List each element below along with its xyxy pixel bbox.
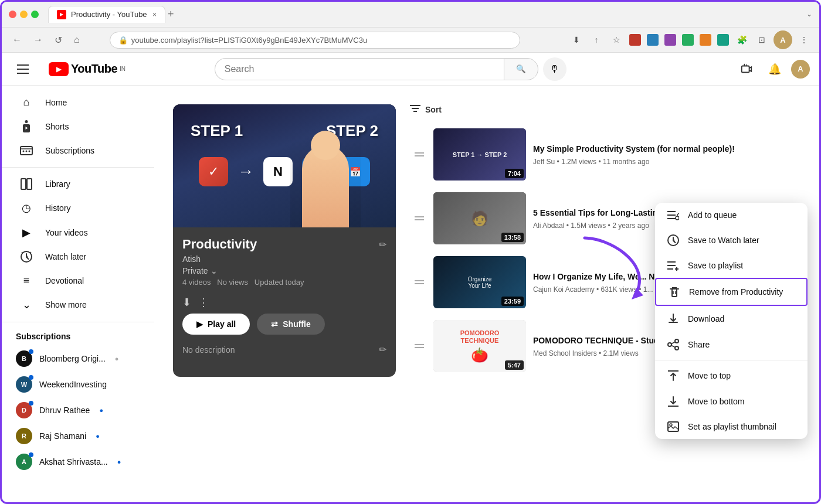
sidebar-divider-2 [2, 322, 154, 322]
tab-favicon [57, 10, 66, 19]
v3-duration: 23:59 [501, 297, 524, 306]
menu-item-move-top[interactable]: Move to top [655, 363, 808, 389]
ext-ublock-icon [629, 34, 641, 46]
search-button[interactable]: 🔍 [504, 58, 538, 80]
voice-search-button[interactable]: 🎙 [543, 57, 566, 81]
home-button[interactable]: ⌂ [70, 32, 83, 47]
download-toolbar-icon[interactable]: ⬇ [568, 32, 585, 48]
menu-item-share[interactable]: Share [655, 332, 808, 357]
playlist-title-row: Productivity ✏ [182, 237, 386, 252]
todoist-icon: ✓ [199, 157, 228, 186]
v1-channel: Jeff Su [533, 158, 555, 166]
menu-label-set-thumbnail: Set as playlist thumbnail [688, 422, 776, 431]
play-all-label: Play all [208, 319, 236, 329]
address-bar[interactable]: 🔒 youtube.com/playlist?list=PLISTiG0Xt6y… [110, 32, 520, 49]
youtube-logo[interactable]: YouTubeIN [49, 62, 125, 76]
bookmark-toolbar-icon[interactable]: ☆ [608, 32, 625, 48]
v1-meta: Jeff Su • 1.2M views • 11 months ago [533, 158, 791, 166]
refresh-button[interactable]: ↺ [51, 32, 66, 48]
playlist-thumbnail: STEP 1 STEP 2 ✓ → [173, 104, 396, 227]
split-view-icon[interactable]: ⊡ [754, 32, 770, 48]
video-count: 4 videos [182, 278, 211, 287]
new-tab-button[interactable]: + [168, 8, 174, 21]
header-right-icons: 🔔 A [735, 57, 810, 81]
playlist-privacy[interactable]: Private ⌄ [182, 266, 386, 275]
video-item[interactable]: STEP 1 → STEP 2 7:04 My Simple Productiv… [410, 124, 796, 185]
play-all-button[interactable]: ▶ Play all [182, 314, 250, 335]
playlist-meta: 4 videos No views Updated today [182, 278, 386, 287]
sidebar-item-your-videos[interactable]: ▶ Your videos [5, 220, 151, 245]
menu-item-save-playlist[interactable]: Save to playlist [655, 253, 808, 278]
forward-button[interactable]: → [30, 32, 46, 47]
svg-point-27 [668, 343, 671, 346]
sub-item-raj[interactable]: R Raj Shamani ● [2, 423, 154, 449]
playlist-description-row: No description ✏ [182, 344, 386, 355]
search-input[interactable] [215, 58, 504, 80]
sub-item-dhruv[interactable]: D Dhruv Rathee ● [2, 397, 154, 423]
menu-item-move-bottom[interactable]: Move to bottom [655, 389, 808, 414]
akshat-dot: ● [117, 458, 121, 465]
tab-close-button[interactable]: × [152, 11, 157, 19]
create-video-icon[interactable] [735, 57, 758, 81]
ext-icon-4 [682, 34, 694, 46]
sidebar-item-library[interactable]: Library [5, 172, 151, 196]
playlist-desc-edit-button[interactable]: ✏ [379, 344, 386, 355]
menu-label-move-bottom: Move to bottom [688, 397, 745, 406]
menu-item-set-thumbnail[interactable]: Set as playlist thumbnail [655, 414, 808, 439]
menu-item-add-to-queue[interactable]: Add to queue [655, 203, 808, 227]
sidebar-label-watch-later: Watch later [45, 252, 86, 261]
sub-item-weekendinvesting[interactable]: W WeekendInvesting [2, 372, 154, 397]
play-icon: ▶ [196, 319, 203, 329]
playlist-title-edit-button[interactable]: ✏ [379, 239, 386, 250]
menu-label-move-top: Move to top [688, 371, 731, 380]
v1-views: 1.2M views [561, 158, 596, 166]
playlist-download-button[interactable]: ⬇ [182, 296, 191, 309]
sidebar-label-devotional: Devotional [45, 276, 84, 285]
sort-bar[interactable]: Sort [410, 104, 796, 114]
sub-label-weekendinvesting: WeekendInvesting [39, 380, 107, 389]
menu-label-save-playlist: Save to playlist [688, 261, 743, 270]
browser-menu-icon[interactable]: ⋮ [796, 32, 812, 48]
playlist-thumb-bg: STEP 1 STEP 2 ✓ → [173, 104, 396, 227]
notifications-icon[interactable]: 🔔 [763, 57, 786, 81]
ext-translate-icon [647, 34, 659, 46]
close-traffic-light[interactable] [9, 11, 16, 18]
youtube-logo-icon [49, 62, 69, 76]
playlist-add-icon [667, 260, 680, 271]
sidebar-item-history[interactable]: ◷ History [5, 196, 151, 220]
sidebar-item-shorts[interactable]: Shorts [5, 114, 151, 139]
maximize-traffic-light[interactable] [31, 11, 39, 18]
raj-dot: ● [96, 433, 100, 440]
user-avatar[interactable]: A [791, 60, 810, 79]
playlist-more-button[interactable]: ⋮ [198, 296, 209, 309]
sub-avatar-akshat: A [16, 454, 32, 470]
sub-avatar-raj: R [16, 428, 32, 444]
hamburger-button[interactable] [11, 57, 35, 81]
extensions-icon[interactable]: 🧩 [734, 32, 750, 48]
minimize-traffic-light[interactable] [20, 11, 28, 18]
person-silhouette [302, 145, 349, 227]
sidebar-item-show-more[interactable]: ⌄ Show more [5, 292, 151, 317]
sidebar-item-home[interactable]: ⌂ Home [5, 90, 151, 114]
share-toolbar-icon[interactable]: ↑ [588, 32, 605, 48]
menu-item-download[interactable]: Download [655, 306, 808, 332]
active-tab[interactable]: Productivity - YouTube × [48, 6, 165, 23]
video-thumb-v4: POMODOROTECHNIQUE 🍅 5:47 [433, 320, 526, 372]
sidebar-item-watch-later[interactable]: Watch later [5, 245, 151, 268]
sidebar-label-subscriptions: Subscriptions [45, 146, 94, 155]
menu-item-remove-from-productivity[interactable]: Remove from Productivity [655, 278, 808, 306]
sidebar-item-subscriptions[interactable]: Subscriptions [5, 139, 151, 162]
youtube-region: IN [120, 66, 125, 72]
sub-item-akshat[interactable]: A Akshat Shrivasta... ● [2, 449, 154, 475]
sidebar-item-devotional[interactable]: ≡ Devotional [5, 268, 151, 292]
bloomberg-live-indicator: ● [115, 355, 119, 362]
browser-profile-avatar[interactable]: A [773, 30, 792, 49]
window-menu-icon[interactable]: ⌄ [806, 10, 812, 18]
back-button[interactable]: ← [9, 32, 25, 47]
sub-item-bloomberg[interactable]: B Bloomberg Origi... ● [2, 346, 154, 372]
sort-icon [410, 104, 420, 114]
sub-avatar-weekendinvesting: W [16, 376, 32, 393]
thumb-bg-v3: OrganizeYour Life 23:59 [433, 256, 526, 308]
shuffle-button[interactable]: ⇄ Shuffle [257, 314, 324, 335]
menu-item-save-watch-later[interactable]: Save to Watch later [655, 227, 808, 253]
